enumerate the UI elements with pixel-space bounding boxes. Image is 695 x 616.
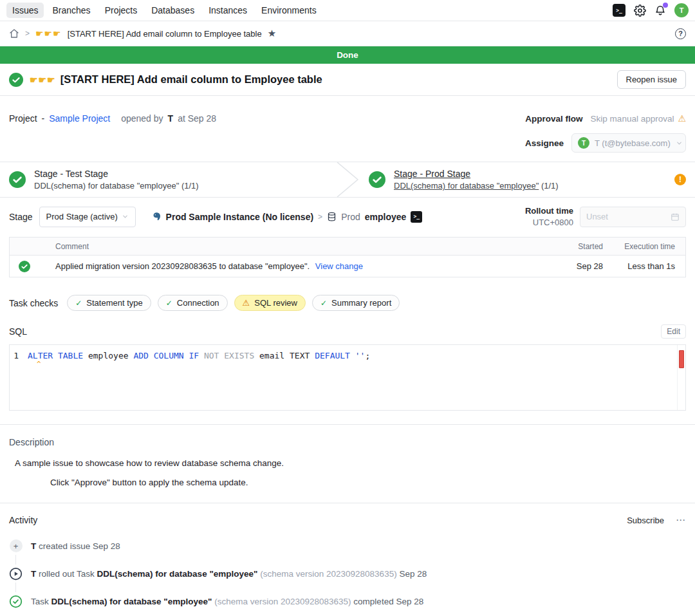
help-icon[interactable]: ? bbox=[675, 28, 686, 39]
project-separator: - bbox=[42, 113, 45, 124]
issue-meta: Project - Sample Project opened by T at … bbox=[0, 96, 695, 162]
stage-task[interactable]: DDL(schema) for database "employee" bbox=[394, 181, 539, 191]
column-started: Started bbox=[568, 242, 603, 251]
page-title: ☛☛☛ [START HERE] Add email column to Emp… bbox=[30, 73, 322, 86]
plus-icon: + bbox=[10, 539, 23, 552]
approval-flow-value: Skip manual approval bbox=[591, 114, 674, 124]
activity-item-completed: Task DDL(schema) for database "employee"… bbox=[9, 594, 686, 608]
subscribe-button[interactable]: Subscribe bbox=[627, 516, 664, 525]
open-sql-editor-icon[interactable]: >_ bbox=[411, 211, 422, 223]
nav-item-projects[interactable]: Projects bbox=[99, 3, 144, 18]
pointer-emojis: ☛☛☛ bbox=[30, 75, 56, 85]
sql-edit-button[interactable]: Edit bbox=[661, 324, 686, 339]
instance-link[interactable]: Prod Sample Instance (No license) bbox=[166, 212, 314, 222]
stage-check-icon bbox=[9, 171, 26, 188]
database-link[interactable]: employee bbox=[365, 212, 407, 222]
chevron-down-icon bbox=[122, 213, 129, 220]
editor-scrollbar[interactable] bbox=[677, 345, 685, 410]
check-circle-outline-icon bbox=[9, 595, 23, 608]
task-checks-row: Task checks ✓ Statement type ✓ Connectio… bbox=[0, 277, 695, 311]
stage-task: DDL(schema) for database "employee" bbox=[34, 181, 179, 191]
done-check-icon bbox=[9, 73, 23, 87]
stage-card-prod[interactable]: Stage - Prod Stage DDL(schema) for datab… bbox=[360, 162, 695, 197]
reopen-issue-button[interactable]: Reopen issue bbox=[617, 70, 687, 89]
task-check-statement-type[interactable]: ✓ Statement type bbox=[67, 295, 151, 311]
chevron-right-icon: > bbox=[318, 212, 322, 221]
stage-detail-row: Stage Prod Stage (active) Prod Sample In… bbox=[0, 198, 695, 237]
warning-triangle-icon: ⚠ bbox=[678, 113, 686, 124]
sql-token: ALTER TABLE bbox=[28, 351, 83, 360]
task-check-label: Summary report bbox=[331, 298, 391, 308]
sql-warning-caret: ^ bbox=[37, 360, 41, 368]
sql-token: ADD COLUMN IF bbox=[133, 351, 199, 360]
project-label: Project bbox=[9, 113, 37, 124]
task-check-connection[interactable]: ✓ Connection bbox=[158, 295, 228, 311]
home-icon[interactable] bbox=[9, 28, 19, 39]
settings-gear-icon[interactable] bbox=[634, 5, 646, 17]
activity-text: created issue Sep 28 bbox=[39, 541, 120, 551]
stage-progress: (1/1) bbox=[541, 181, 559, 191]
nav-item-issues[interactable]: Issues bbox=[6, 3, 44, 18]
sql-statement: ALTER TABLE employee ADD COLUMN IF NOT E… bbox=[28, 351, 370, 362]
task-check-summary-report[interactable]: ✓ Summary report bbox=[312, 295, 400, 311]
nav-item-databases[interactable]: Databases bbox=[145, 3, 200, 18]
nav-item-environments[interactable]: Environments bbox=[255, 3, 322, 18]
task-check-sql-review[interactable]: ⚠ SQL review bbox=[234, 295, 306, 311]
stage-select-value: Prod Stage (active) bbox=[46, 212, 118, 221]
user-avatar[interactable]: T bbox=[674, 3, 689, 17]
stage-pipeline: Stage - Test Stage DDL(schema) for datab… bbox=[0, 162, 695, 198]
activity-item-created: + T created issue Sep 28 bbox=[9, 539, 686, 553]
activity-task: DDL(schema) for database "employee" bbox=[97, 569, 258, 579]
timeline-connector bbox=[15, 555, 16, 565]
warning-triangle-icon: ⚠ bbox=[243, 298, 250, 308]
check-icon: ✓ bbox=[166, 299, 172, 308]
sql-section-header: SQL Edit bbox=[0, 311, 695, 344]
issue-title-text: [START HERE] Add email column to Employe… bbox=[60, 73, 322, 86]
activity-prefix: Task bbox=[31, 597, 49, 606]
column-comment: Comment bbox=[55, 242, 568, 251]
calendar-icon bbox=[671, 212, 680, 221]
sql-label: SQL bbox=[9, 326, 27, 337]
activity-date: Sep 28 bbox=[399, 569, 427, 579]
postgres-icon bbox=[151, 212, 162, 222]
rollout-time-input[interactable] bbox=[586, 212, 671, 221]
timeline-connector bbox=[15, 583, 16, 592]
activity-user: T bbox=[31, 569, 36, 579]
error-marker bbox=[679, 350, 684, 368]
activity-user: T bbox=[31, 541, 36, 551]
assignee-select[interactable]: T T (t@bytebase.com) bbox=[571, 133, 686, 153]
column-execution-time: Execution time bbox=[611, 242, 675, 251]
issue-title-row: ☛☛☛ [START HERE] Add email column to Emp… bbox=[0, 64, 695, 96]
activity-suffix: completed Sep 28 bbox=[353, 597, 423, 606]
rollout-time-picker[interactable] bbox=[580, 207, 686, 227]
database-icon bbox=[327, 212, 337, 221]
sql-editor: 1 ALTER TABLE employee ADD COLUMN IF NOT… bbox=[9, 344, 686, 411]
more-menu-icon[interactable]: ⋯ bbox=[676, 514, 686, 526]
rollout-timezone: UTC+0800 bbox=[525, 217, 573, 229]
opened-by-user: T bbox=[168, 113, 174, 124]
notifications-bell-icon[interactable] bbox=[654, 5, 666, 16]
stage-select-label: Stage bbox=[9, 212, 33, 222]
description-section: Description A sample issue to showcase h… bbox=[0, 425, 695, 487]
sql-editor-icon[interactable]: >_ bbox=[613, 4, 626, 17]
play-circle-icon bbox=[9, 567, 23, 581]
assignee-value: T (t@bytebase.com) bbox=[595, 138, 671, 148]
activity-item-rollout: T rolled out Task DDL(schema) for databa… bbox=[9, 566, 686, 581]
stage-card-test[interactable]: Stage - Test Stage DDL(schema) for datab… bbox=[0, 162, 335, 197]
task-check-label: Statement type bbox=[86, 298, 142, 308]
pointer-emojis: ☛☛☛ bbox=[35, 28, 62, 39]
task-execution-time: Less than 1s bbox=[611, 261, 675, 271]
stage-check-icon bbox=[369, 171, 385, 188]
stage-select[interactable]: Prod Stage (active) bbox=[39, 207, 136, 227]
check-icon: ✓ bbox=[75, 299, 82, 308]
nav-item-instances[interactable]: Instances bbox=[203, 3, 253, 18]
nav-item-branches[interactable]: Branches bbox=[46, 3, 96, 18]
approval-flow-label: Approval flow bbox=[525, 114, 582, 124]
project-link[interactable]: Sample Project bbox=[49, 113, 110, 124]
activity-task: DDL(schema) for database "employee" bbox=[51, 597, 212, 606]
star-icon[interactable]: ★ bbox=[268, 28, 276, 39]
view-change-link[interactable]: View change bbox=[315, 261, 363, 271]
activity-action: rolled out Task bbox=[39, 569, 95, 579]
task-check-label: SQL review bbox=[254, 298, 297, 308]
description-text: Click "Approve" button to apply the sche… bbox=[50, 478, 686, 487]
